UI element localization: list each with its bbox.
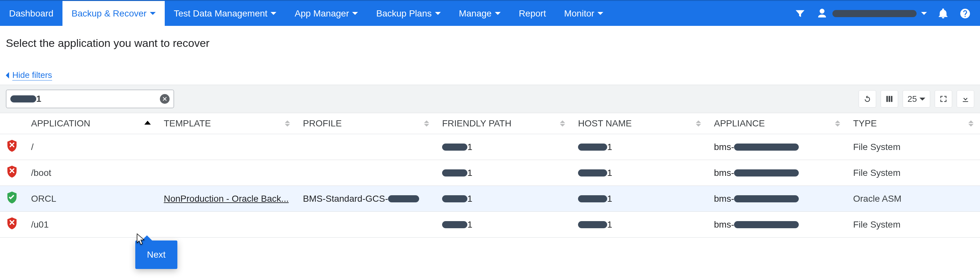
applications-table: APPLICATIONTEMPLATEPROFILEFRIENDLY PATHH… [0,113,980,238]
chevron-down-icon [920,98,925,101]
help-icon[interactable] [959,8,971,19]
cell-profile [296,134,436,160]
col-host[interactable]: HOST NAME [571,113,708,134]
cell-profile[interactable]: BMS-Standard-GCS- [296,186,436,212]
cell-appliance: bms- [708,186,847,212]
nav-item-label: Backup & Recover [72,8,146,19]
cell-application: / [25,134,157,160]
col-profile[interactable]: PROFILE [296,113,436,134]
nav-item-label: Report [519,8,546,19]
table-row[interactable]: ORCLNonProduction - Oracle Back...BMS-St… [0,186,980,212]
filter-icon[interactable] [794,8,806,19]
search-input[interactable]: 1 [6,90,174,108]
shield-icon [6,165,18,178]
chevron-down-icon [495,12,501,15]
cell-type: File System [847,134,980,160]
page-title: Select the application you want to recov… [6,37,974,49]
cell-friendly-path: 1 [436,212,571,238]
nav-item-manage[interactable]: Manage [450,1,510,26]
chevron-down-icon [435,12,441,15]
cell-template [157,212,296,238]
shield-icon [6,191,18,204]
nav-item-test-data-management[interactable]: Test Data Management [165,1,286,26]
topbar: DashboardBackup & RecoverTest Data Manag… [0,0,980,26]
chevron-down-icon [352,12,358,15]
col-application[interactable]: APPLICATION [25,113,157,134]
cell-template [157,160,296,186]
chevron-down-icon [150,12,156,15]
nav-item-backup-plans[interactable]: Backup Plans [367,1,450,26]
cell-type: File System [847,160,980,186]
cell-host-name: 1 [571,186,708,212]
cell-friendly-path: 1 [436,134,571,160]
table-row[interactable]: /boot11bms-File System [0,160,980,186]
clear-search-icon[interactable] [160,94,170,104]
cell-host-name: 1 [571,134,708,160]
cell-application: /boot [25,160,157,186]
page-size-selector[interactable]: 25 [903,90,930,107]
bell-icon[interactable] [937,8,949,19]
cell-type: Oracle ASM [847,186,980,212]
nav-item-dashboard[interactable]: Dashboard [0,1,62,26]
mouse-cursor [137,234,145,238]
shield-icon [6,217,18,230]
nav-item-label: App Manager [294,8,349,19]
cell-type: File System [847,212,980,238]
cell-template[interactable]: NonProduction - Oracle Back... [157,186,296,212]
table-header-row: APPLICATIONTEMPLATEPROFILEFRIENDLY PATHH… [0,113,980,134]
nav-item-label: Test Data Management [174,8,268,19]
table-toolbar: 1 25 [0,85,980,113]
col-template[interactable]: TEMPLATE [157,113,296,134]
col-status[interactable] [0,113,25,134]
cell-profile [296,212,436,238]
cell-appliance: bms- [708,134,847,160]
primary-nav: DashboardBackup & RecoverTest Data Manag… [0,1,612,26]
nav-item-report[interactable]: Report [510,1,555,26]
nav-item-label: Backup Plans [376,8,431,19]
cell-appliance: bms- [708,160,847,186]
user-name-redacted [832,10,916,17]
cell-host-name: 1 [571,160,708,186]
nav-item-label: Dashboard [9,8,53,19]
chevron-left-icon [6,72,9,79]
nav-item-label: Manage [459,8,492,19]
download-button[interactable] [957,90,974,107]
cell-application: ORCL [25,186,157,212]
col-appliance[interactable]: APPLIANCE [708,113,847,134]
hide-filters-label: Hide filters [12,70,52,81]
cell-appliance: bms- [708,212,847,238]
user-menu[interactable] [816,8,927,19]
search-value-suffix: 1 [36,94,41,104]
fullscreen-button[interactable] [935,90,952,107]
cell-profile [296,160,436,186]
col-friendly[interactable]: FRIENDLY PATH [436,113,571,134]
page-size-value: 25 [907,94,917,104]
hide-filters-link[interactable]: Hide filters [6,70,52,81]
col-type[interactable]: TYPE [847,113,980,134]
nav-item-backup-recover[interactable]: Backup & Recover [62,1,165,26]
search-value-redacted [10,95,36,103]
nav-item-label: Monitor [564,8,594,19]
shield-icon [6,139,18,152]
columns-button[interactable] [881,90,898,107]
cell-friendly-path: 1 [436,160,571,186]
user-icon [816,8,828,19]
nav-item-monitor[interactable]: Monitor [555,1,612,26]
chevron-down-icon [270,12,277,15]
chevron-down-icon [921,12,927,15]
cell-template [157,134,296,160]
table-body: /11bms-File System/boot11bms-File System… [0,134,980,238]
table-row[interactable]: /u0111bms-File System [0,212,980,238]
chevron-down-icon [597,12,603,15]
refresh-button[interactable] [859,90,876,107]
nav-item-app-manager[interactable]: App Manager [285,1,367,26]
topbar-right [785,1,980,26]
cell-friendly-path: 1 [436,186,571,212]
table-row[interactable]: /11bms-File System [0,134,980,160]
cell-host-name: 1 [571,212,708,238]
